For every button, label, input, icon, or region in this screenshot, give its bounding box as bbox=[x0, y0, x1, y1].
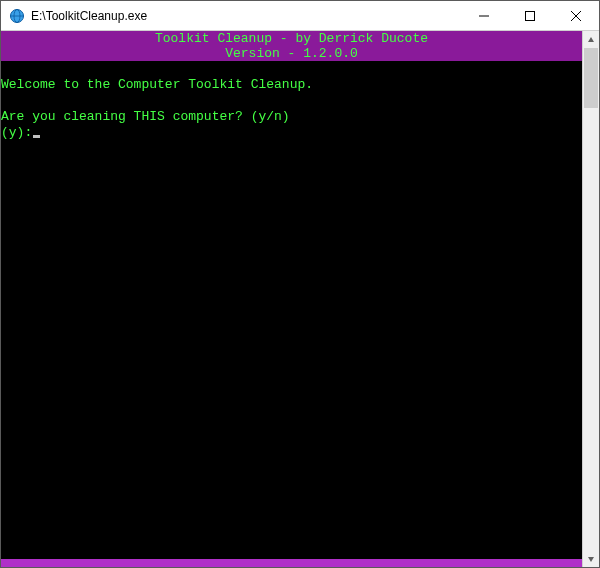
scrollbar-thumb[interactable] bbox=[584, 48, 598, 108]
scroll-up-button[interactable] bbox=[583, 31, 599, 48]
console-banner: Toolkit Cleanup - by Derrick Ducote Vers… bbox=[1, 31, 582, 61]
app-icon bbox=[9, 8, 25, 24]
banner-version: Version - 1.2.0.0 bbox=[1, 46, 582, 61]
svg-marker-8 bbox=[588, 557, 594, 562]
close-button[interactable] bbox=[553, 1, 599, 30]
titlebar[interactable]: E:\ToolkitCleanup.exe bbox=[1, 1, 599, 31]
maximize-button[interactable] bbox=[507, 1, 553, 30]
console: Toolkit Cleanup - by Derrick Ducote Vers… bbox=[1, 31, 582, 567]
svg-marker-7 bbox=[588, 37, 594, 42]
terminal-blank-line bbox=[1, 61, 582, 77]
terminal-cursor bbox=[33, 135, 40, 138]
minimize-button[interactable] bbox=[461, 1, 507, 30]
vertical-scrollbar[interactable] bbox=[582, 31, 599, 567]
svg-rect-4 bbox=[526, 11, 535, 20]
scrollbar-track[interactable] bbox=[583, 48, 599, 550]
scroll-down-button[interactable] bbox=[583, 550, 599, 567]
terminal-welcome-line: Welcome to the Computer Toolkit Cleanup. bbox=[1, 77, 582, 93]
window-title: E:\ToolkitCleanup.exe bbox=[31, 9, 147, 23]
terminal-blank-line bbox=[1, 93, 582, 109]
client-area: Toolkit Cleanup - by Derrick Ducote Vers… bbox=[1, 31, 599, 567]
window-controls bbox=[461, 1, 599, 30]
console-footer-bar bbox=[1, 559, 582, 567]
app-window: E:\ToolkitCleanup.exe Toolkit Cleanup - … bbox=[0, 0, 600, 568]
prompt-prefix: (y): bbox=[1, 125, 32, 140]
terminal-question-line: Are you cleaning THIS computer? (y/n) bbox=[1, 109, 582, 125]
terminal-prompt-line: (y): bbox=[1, 125, 582, 141]
terminal-body[interactable]: Welcome to the Computer Toolkit Cleanup.… bbox=[1, 61, 582, 559]
banner-title: Toolkit Cleanup - by Derrick Ducote bbox=[1, 31, 582, 46]
